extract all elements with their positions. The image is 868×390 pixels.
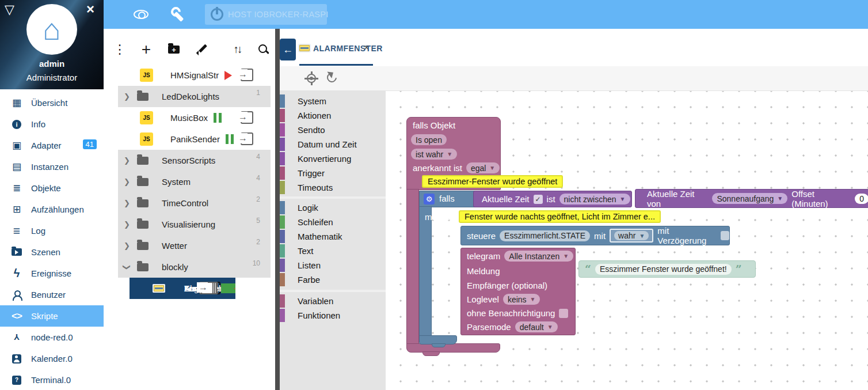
- toolbox-category-listen[interactable]: Listen: [280, 258, 386, 272]
- sidebar-item-label: node-red.0: [31, 332, 73, 342]
- tree-row-folder-open[interactable]: ❯ blockly 10: [118, 256, 271, 278]
- toolbox-category-sendto[interactable]: Sendto: [280, 123, 386, 137]
- edit-pencil-icon[interactable]: [195, 41, 211, 58]
- open-script-icon[interactable]: [241, 111, 253, 124]
- tree-row-folder[interactable]: ❯ TimeControl 2: [118, 192, 271, 214]
- telegram-instance-dropdown[interactable]: Alle Instanzen ▼: [504, 251, 573, 262]
- control-value-shadow-block[interactable]: wahr ▼: [610, 229, 653, 243]
- tree-row-script-partial[interactable]: [118, 278, 231, 299]
- tree-row-folder[interactable]: ❯ LedDekoLights 1: [118, 86, 271, 107]
- toolbox-category-trigger[interactable]: Trigger: [280, 166, 386, 180]
- time-compare-block[interactable]: Aktuelle Zeit ✓ ist nicht zwischen ▼: [473, 191, 632, 207]
- add-folder-icon[interactable]: +: [166, 41, 182, 58]
- sidebar-item-szenen[interactable]: Szenen: [0, 241, 104, 263]
- host-button[interactable]: HOST IOBROKER-RASPI: [205, 4, 327, 25]
- sidebar-item-adapter[interactable]: ▣ Adapter 41: [0, 135, 104, 156]
- control-state-block[interactable]: steuere Esszimmerlicht.STATE mit wahr ▼ …: [460, 226, 730, 245]
- text-value-block[interactable]: “ Esszimmer Fenster wurde geöffnet! ”: [578, 260, 756, 278]
- tree-row-folder[interactable]: ❯ SensorScripts 4: [118, 150, 271, 171]
- sidebar-item-instanzen[interactable]: ▤ Instanzen: [0, 156, 104, 177]
- telegram-parsemode-dropdown[interactable]: default ▼: [515, 321, 558, 332]
- chevron-right-icon[interactable]: ❯: [124, 92, 130, 101]
- sidebar-item-terminal[interactable]: ? Terminal.0: [0, 369, 104, 390]
- toolbox-category-text[interactable]: Text: [280, 244, 386, 258]
- trigger-block-spine[interactable]: [406, 189, 419, 344]
- time-compare-checkbox[interactable]: ✓: [534, 195, 543, 204]
- tree-row-folder[interactable]: ❯ Visualisierung 5: [118, 214, 271, 235]
- toolbox-category-timeouts[interactable]: Timeouts: [280, 180, 386, 195]
- tree-row-folder[interactable]: ❯ System 4: [118, 171, 271, 192]
- open-script-icon[interactable]: [241, 132, 253, 145]
- time-compare-ist: ist: [547, 194, 555, 204]
- tree-row-script[interactable]: JS HMSignalStr: [118, 65, 271, 86]
- if-block-spine[interactable]: [419, 206, 432, 336]
- chevron-right-icon[interactable]: ❯: [124, 199, 130, 207]
- time-compare-operator-dropdown[interactable]: nicht zwischen ▼: [559, 194, 630, 205]
- blockly-workspace[interactable]: falls Objekt Is open ist wahr ▼ anerkann…: [386, 91, 868, 390]
- sidebar-item-info[interactable]: i Info: [0, 113, 104, 135]
- trigger-block-bottom[interactable]: [406, 343, 500, 353]
- block-comment[interactable]: Esszimmer-Fenster wurde geöffnet: [422, 175, 563, 188]
- toolbox-category-system[interactable]: System: [280, 94, 386, 108]
- chevron-right-icon[interactable]: ❯: [124, 241, 130, 250]
- sort-icon[interactable]: ↑↓: [229, 41, 245, 58]
- close-tab-icon[interactable]: ×: [364, 43, 369, 53]
- add-script-icon[interactable]: +: [138, 41, 154, 58]
- trigger-ack-label: anerkannt ist: [413, 163, 462, 173]
- telegram-loglevel-dropdown[interactable]: keins ▼: [503, 294, 540, 305]
- close-sidebar-icon[interactable]: ×: [86, 1, 94, 17]
- toolbox-category-logik[interactable]: Logik: [280, 200, 386, 215]
- open-script-icon[interactable]: [241, 69, 253, 81]
- time-from-offset-field[interactable]: 0: [855, 194, 868, 204]
- text-value-field[interactable]: Esszimmer Fenster wurde geöffnet!: [595, 264, 732, 275]
- telegram-block[interactable]: telegram Alle Instanzen ▼ Meldung Empfän…: [460, 248, 576, 335]
- toolbox-category-mathematik[interactable]: Mathematik: [280, 229, 386, 244]
- chevron-right-icon[interactable]: ❯: [124, 156, 130, 165]
- tab-alarmfenster[interactable]: ALARMFENSTER: [313, 44, 383, 53]
- sidebar-item-kalender[interactable]: Kalender.0: [0, 348, 104, 369]
- toolbox-category-farbe[interactable]: Farbe: [280, 272, 386, 287]
- view-eye-icon[interactable]: [134, 10, 149, 19]
- sidebar-item-aufzaehlungen[interactable]: ⊞ Aufzählungen: [0, 199, 104, 220]
- control-value-dropdown[interactable]: wahr ▼: [614, 231, 649, 240]
- settings-wrench-icon[interactable]: [170, 6, 185, 22]
- sidebar-item-log[interactable]: ≡ Log: [0, 220, 104, 241]
- toolbox-category-datum[interactable]: Datum und Zeit: [280, 137, 386, 152]
- time-from-block[interactable]: Aktuelle Zeit von Sonnenaufgang ▼ Offset…: [635, 189, 868, 208]
- sidebar-item-uebersicht[interactable]: ▦ Übersicht: [0, 92, 104, 113]
- back-button[interactable]: ←: [280, 39, 296, 60]
- refresh-icon[interactable]: [325, 71, 339, 85]
- panel-divider[interactable]: [275, 29, 280, 390]
- sidebar-item-benutzer[interactable]: Benutzer: [0, 284, 104, 305]
- telegram-silent-checkbox[interactable]: [559, 309, 568, 318]
- toolbox-category-schleifen[interactable]: Schleifen: [280, 215, 386, 229]
- toolbox-category-variablen[interactable]: Variablen: [280, 294, 386, 308]
- block-comment[interactable]: Fenster wurde nachts geöffnet, Licht im …: [459, 210, 661, 223]
- trigger-object-field[interactable]: Is open: [411, 134, 447, 145]
- chevron-down-icon[interactable]: ❯: [123, 264, 131, 270]
- time-from-source-dropdown[interactable]: Sonnenaufgang ▼: [712, 193, 787, 204]
- tree-row-script[interactable]: JS PanikSender: [118, 128, 271, 150]
- trigger-value-dropdown[interactable]: ist wahr ▼: [411, 149, 457, 160]
- avatar[interactable]: ⌂: [26, 4, 77, 55]
- chevron-right-icon[interactable]: ❯: [124, 177, 130, 186]
- center-workspace-icon[interactable]: [305, 72, 318, 85]
- sidebar-item-objekte[interactable]: ≣ Objekte: [0, 177, 104, 199]
- sidebar-item-ereignisse[interactable]: ϟ Ereignisse: [0, 263, 104, 284]
- toolbox-category-funktionen[interactable]: Funktionen: [280, 308, 386, 323]
- sidebar-item-skripte[interactable]: <> Skripte: [0, 305, 104, 327]
- trigger-ack-dropdown[interactable]: egal ▼: [466, 162, 500, 173]
- chevron-right-icon[interactable]: ❯: [124, 220, 130, 229]
- control-delay-checkbox[interactable]: [721, 231, 729, 240]
- toolbox-category-aktionen[interactable]: Aktionen: [280, 108, 386, 123]
- tree-row-folder[interactable]: ❯ Wetter 2: [118, 235, 271, 256]
- if-block-header[interactable]: ⚙ falls: [419, 191, 476, 207]
- open-script-icon[interactable]: [201, 282, 214, 294]
- control-oid-field[interactable]: Esszimmerlicht.STATE: [500, 230, 590, 241]
- kebab-menu-icon[interactable]: ⋮: [112, 41, 128, 58]
- toolbox-category-konvertierung[interactable]: Konvertierung: [280, 152, 386, 166]
- search-icon[interactable]: [256, 41, 272, 58]
- sidebar-item-node-red[interactable]: Y node-red.0: [0, 327, 104, 348]
- tree-row-script[interactable]: JS MusicBox: [118, 107, 271, 128]
- mutator-gear-icon[interactable]: ⚙: [424, 194, 435, 205]
